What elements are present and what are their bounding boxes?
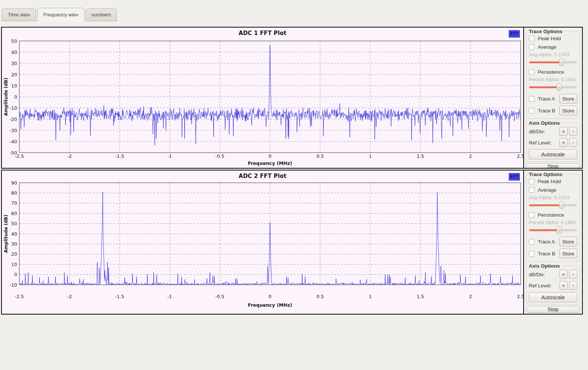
svg-text:-0.5: -0.5 [215,153,224,159]
ref-level-increase-button[interactable]: + [559,281,568,290]
persist-alpha-label: Persist Alpha: 0.1882 [529,219,577,226]
avg-alpha-label: Avg Alpha: 0.1333 [529,194,577,201]
persist-alpha-slider[interactable] [529,83,577,91]
average-checkbox[interactable] [529,44,534,50]
svg-text:70: 70 [11,200,17,206]
svg-text:0.5: 0.5 [316,153,324,159]
stop-button[interactable]: Stop [526,306,580,313]
svg-text:0: 0 [269,153,272,159]
svg-text:-2.5: -2.5 [15,153,24,159]
svg-text:-2: -2 [67,153,71,159]
svg-text:50: 50 [11,38,17,44]
autoscale-button[interactable]: Autoscale [529,292,577,302]
peak-hold-label: Peak Hold [538,36,561,41]
adc2-fft-canvas[interactable]: -100102030405060708090-2.5-2-1.5-1-0.500… [2,170,523,314]
tab-numbers[interactable]: numbers [86,9,117,21]
svg-text:60: 60 [11,211,17,216]
svg-text:40: 40 [11,50,17,55]
slider-handle[interactable] [559,201,564,209]
slider-handle[interactable] [559,58,564,66]
svg-text:20: 20 [11,72,17,77]
trace-a-checkbox[interactable] [529,96,534,102]
trace-b-checkbox[interactable] [529,251,534,256]
tab-frequency-view[interactable]: Frequency wiev [37,8,84,22]
avg-alpha-slider[interactable] [529,201,577,209]
svg-text:20: 20 [11,251,17,257]
svg-text:-1.5: -1.5 [115,294,124,299]
svg-text:10: 10 [11,83,17,89]
svg-text:0: 0 [14,94,17,100]
svg-text:2.5: 2.5 [517,294,523,299]
svg-text:1.5: 1.5 [417,153,424,159]
svg-text:-1: -1 [167,153,172,159]
ref-level-decrease-button[interactable]: - [569,281,577,290]
svg-text:-10: -10 [10,282,17,288]
svg-text:-40: -40 [10,139,17,144]
db-div-decrease-button[interactable]: - [569,270,577,279]
db-div-label: dB/Div: [529,272,545,277]
svg-text:2.5: 2.5 [517,153,523,159]
store-trace-a-button[interactable]: Store [559,94,577,103]
peak-hold-row: Peak Hold [529,34,577,43]
average-label: Average [538,44,556,50]
persistence-checkbox[interactable] [529,69,534,75]
adc1-fft-canvas[interactable]: -50-40-30-20-1001020304050-2.5-2-1.5-1-0… [2,28,523,168]
store-trace-a-button[interactable]: Store [559,237,577,246]
trace-options-title: Trace Options [529,172,564,177]
trace-options-group: Trace Options Peak Hold Average Avg Alph… [526,29,580,119]
axis-options-title: Axis Options [529,263,561,269]
trace-b-label: Trace B [538,251,555,256]
svg-text:-0.5: -0.5 [215,294,224,299]
trace-a-checkbox[interactable] [529,239,534,245]
db-div-increase-button[interactable]: + [559,127,568,136]
svg-text:Frequency (MHz): Frequency (MHz) [248,302,292,308]
adc1-controls: Trace Options Peak Hold Average Avg Alph… [523,28,582,168]
db-div-row: dB/Div: + - [529,269,577,280]
tab-time-view[interactable]: Time wiev [2,9,36,21]
db-div-increase-button[interactable]: + [559,270,568,279]
slider-handle[interactable] [556,83,562,91]
peak-hold-row: Peak Hold [529,177,577,186]
svg-text:30: 30 [11,241,17,247]
slider-handle[interactable] [556,226,562,234]
adc1-fft-plot: ADC 1 FFT Plot FFT -50-40-30-20-10010203… [2,28,523,168]
slider-fill [529,229,559,231]
svg-text:1: 1 [369,153,372,159]
svg-text:Amplitude (dB): Amplitude (dB) [3,215,9,253]
ref-level-label: Ref Level: [529,140,552,146]
ref-level-decrease-button[interactable]: - [569,138,577,147]
trace-options-title: Trace Options [529,29,564,34]
svg-text:-20: -20 [10,117,17,122]
ref-level-label: Ref Level: [529,283,552,288]
db-div-decrease-button[interactable]: - [569,127,577,136]
svg-text:80: 80 [11,190,17,196]
svg-text:40: 40 [11,231,17,237]
trace-b-checkbox[interactable] [529,108,534,114]
peak-hold-checkbox[interactable] [529,179,534,184]
adc2-row: ADC 2 FFT Plot FFT -10010203040506070809… [1,170,583,315]
axis-options-title: Axis Options [529,120,561,126]
peak-hold-checkbox[interactable] [529,36,534,41]
svg-text:0: 0 [14,272,17,277]
store-trace-b-button[interactable]: Store [559,106,577,115]
persist-alpha-label: Persist Alpha: 0.1882 [529,76,577,83]
trace-a-label: Trace A [538,96,555,102]
svg-text:Amplitude (dB): Amplitude (dB) [3,78,9,116]
avg-alpha-slider[interactable] [529,58,577,66]
persist-alpha-slider[interactable] [529,226,577,234]
persistence-checkbox[interactable] [529,212,534,218]
autoscale-button[interactable]: Autoscale [529,149,577,159]
svg-text:30: 30 [11,61,17,66]
slider-fill [529,204,562,206]
ref-level-increase-button[interactable]: + [559,138,568,147]
svg-text:90: 90 [11,180,17,186]
trace-b-row: Trace B Store [529,248,577,259]
store-trace-b-button[interactable]: Store [559,249,577,258]
stop-button[interactable]: Stop [526,163,580,168]
db-div-label: dB/Div: [529,129,545,134]
slider-fill [529,86,559,88]
trace-b-row: Trace B Store [529,105,577,117]
slider-fill [529,61,562,63]
average-checkbox[interactable] [529,187,534,193]
average-row: Average [529,186,577,194]
